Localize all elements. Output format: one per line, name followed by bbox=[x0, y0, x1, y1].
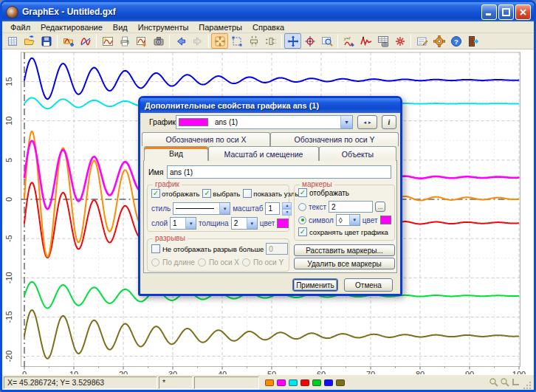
apply-button[interactable]: Применить bbox=[292, 278, 338, 292]
name-label: Имя bbox=[148, 168, 163, 176]
layer-combo[interactable]: 1▼ bbox=[170, 217, 196, 230]
graph-prev-next-button[interactable]: ◂▸ bbox=[357, 115, 377, 129]
menu-bar: ФайлРедактированиеВидИнструментыПараметр… bbox=[2, 21, 534, 33]
toolbar-import-curve-button[interactable] bbox=[60, 33, 77, 49]
keep-color-checkbox[interactable]: ✓ bbox=[298, 227, 307, 236]
marker-symbol-combo[interactable]: ◊▼ bbox=[336, 214, 360, 226]
toolbar-print-button[interactable] bbox=[116, 33, 133, 49]
break-checkbox[interactable] bbox=[151, 244, 160, 253]
graph-select-combo[interactable]: ans (1) ▼ bbox=[176, 115, 353, 129]
info-button[interactable]: i bbox=[382, 115, 396, 129]
toolbar-spark-button[interactable] bbox=[391, 33, 408, 49]
zoom-y-icon[interactable] bbox=[500, 377, 509, 388]
toolbar-split-horizontal-button[interactable] bbox=[262, 33, 279, 49]
resize-grip[interactable] bbox=[522, 379, 532, 390]
legend-swatch-1[interactable] bbox=[265, 379, 274, 386]
toolbar-split-vertical-button[interactable] bbox=[245, 33, 262, 49]
toolbar-marker-curve-button[interactable] bbox=[357, 33, 374, 49]
thickness-label: толщина bbox=[199, 219, 229, 227]
style-combo[interactable]: ▼ bbox=[173, 202, 230, 215]
toolbar-pan-button[interactable] bbox=[284, 33, 301, 49]
settings-gear-icon bbox=[433, 35, 445, 47]
toolbar-zoom-rect-button[interactable] bbox=[228, 33, 245, 49]
marker-text-input[interactable]: 2 bbox=[329, 201, 373, 213]
axes-origin-icon[interactable] bbox=[511, 377, 520, 388]
combo-dropdown-icon[interactable]: ▼ bbox=[219, 203, 230, 214]
delete-markers-button[interactable]: Удалить все маркеры bbox=[294, 258, 395, 269]
zoom-x-icon[interactable] bbox=[489, 377, 498, 388]
graph-checkbox-2[interactable]: ✓ bbox=[202, 189, 211, 198]
toolbar-add-curve-button[interactable] bbox=[77, 33, 94, 49]
close-button[interactable] bbox=[515, 4, 531, 20]
menu-item-2[interactable]: Редактирование bbox=[35, 22, 108, 32]
graph-checkbox-3[interactable] bbox=[243, 189, 252, 198]
tab-scale[interactable]: Масштаб и смещение bbox=[208, 146, 319, 161]
style-label: стиль bbox=[151, 204, 171, 213]
menu-item-4[interactable]: Инструменты bbox=[133, 22, 194, 32]
name-input[interactable]: ans (1) bbox=[167, 165, 391, 179]
title-bar[interactable]: GraphEx - Untitled.gxf bbox=[2, 2, 534, 21]
minimize-button[interactable] bbox=[481, 4, 497, 20]
toolbar-chart-picture-button[interactable] bbox=[99, 33, 116, 49]
scale-spinner[interactable]: ▲▼ bbox=[282, 202, 292, 215]
legend-swatch-5[interactable] bbox=[312, 379, 321, 386]
tab-axis-y[interactable]: Обозначения по оси Y bbox=[270, 132, 399, 146]
legend-swatch-2[interactable] bbox=[277, 379, 286, 386]
toolbar-data-table-button[interactable] bbox=[374, 33, 391, 49]
menu-item-5[interactable]: Параметры bbox=[193, 22, 247, 32]
toolbar-separator bbox=[96, 35, 97, 48]
toolbar-edit-note-button[interactable] bbox=[413, 33, 430, 49]
marker-color-swatch[interactable] bbox=[380, 216, 391, 224]
prev-arrow-icon[interactable]: ◂ bbox=[363, 120, 366, 125]
combo-dropdown-icon[interactable]: ▼ bbox=[185, 218, 196, 229]
toolbar-fit-view-button[interactable] bbox=[211, 33, 228, 49]
add-curve-icon bbox=[80, 35, 92, 47]
break-radio-3[interactable] bbox=[242, 258, 250, 267]
menu-item-1[interactable]: Файл bbox=[5, 22, 35, 32]
legend-swatch-3[interactable] bbox=[289, 379, 298, 386]
toolbar-exit-button[interactable] bbox=[464, 33, 481, 49]
graph-checkbox-1[interactable]: ✓ bbox=[151, 189, 160, 198]
maximize-button[interactable] bbox=[498, 4, 514, 20]
menu-item-3[interactable]: Вид bbox=[108, 22, 133, 32]
toolbar-help-button[interactable]: ? bbox=[447, 33, 464, 49]
place-markers-button[interactable]: Расставить маркеры... bbox=[294, 244, 395, 256]
combo-dropdown-icon[interactable]: ▼ bbox=[340, 116, 352, 128]
graph-line-color-swatch[interactable] bbox=[277, 219, 289, 228]
toolbar-new-table-button[interactable] bbox=[4, 33, 21, 49]
break-value-input[interactable]: 0 bbox=[266, 243, 288, 255]
combo-dropdown-icon[interactable]: ▼ bbox=[247, 218, 257, 229]
toolbar-zoom-area-button[interactable] bbox=[318, 33, 335, 49]
marker-text-radio[interactable] bbox=[298, 203, 306, 211]
legend-swatch-6[interactable] bbox=[324, 379, 333, 386]
menu-item-6[interactable]: Справка bbox=[247, 22, 289, 32]
break-radio-2[interactable] bbox=[198, 258, 206, 267]
dialog-title-bar[interactable]: Дополнительные свойства графика ans (1) bbox=[140, 98, 400, 113]
break-radio-1[interactable] bbox=[151, 258, 159, 267]
combo-dropdown-icon[interactable]: ▼ bbox=[349, 215, 360, 225]
legend-swatch-7[interactable] bbox=[336, 379, 345, 386]
toolbar-camera-button[interactable] bbox=[150, 33, 167, 49]
toolbar-forward-button[interactable] bbox=[189, 33, 206, 49]
toolbar-crosshair-button[interactable] bbox=[301, 33, 318, 49]
thickness-combo[interactable]: 2▼ bbox=[231, 217, 258, 230]
tab-axis-x[interactable]: Обозначения по оси X bbox=[142, 132, 270, 146]
break-radio-label-1: По длине bbox=[162, 258, 195, 267]
cancel-button[interactable]: Отмена bbox=[344, 278, 393, 292]
toolbar-back-button[interactable] bbox=[172, 33, 189, 49]
toolbar-save-button[interactable] bbox=[38, 33, 55, 49]
scale-input[interactable]: 1 bbox=[265, 202, 280, 215]
toolbar-add-function-button[interactable]: y=f bbox=[340, 33, 357, 49]
axis-tabs-row: Обозначения по оси XОбозначения по оси Y bbox=[142, 132, 399, 146]
legend-swatch-4[interactable] bbox=[300, 379, 309, 386]
toolbar-settings-gear-button[interactable] bbox=[430, 33, 447, 49]
markers-show-checkbox[interactable]: ✓ bbox=[298, 188, 307, 197]
marker-symbol-radio[interactable] bbox=[298, 216, 306, 224]
toolbar-open-folder-button[interactable] bbox=[21, 33, 38, 49]
tab-objects[interactable]: Объекты bbox=[319, 146, 396, 161]
marker-text-more-button[interactable]: ... bbox=[375, 202, 385, 212]
toolbar-export-chart-button[interactable] bbox=[133, 33, 150, 49]
toolbar-separator bbox=[410, 35, 411, 48]
tab-vid[interactable]: Вид bbox=[144, 146, 208, 161]
next-arrow-icon[interactable]: ▸ bbox=[368, 120, 371, 125]
